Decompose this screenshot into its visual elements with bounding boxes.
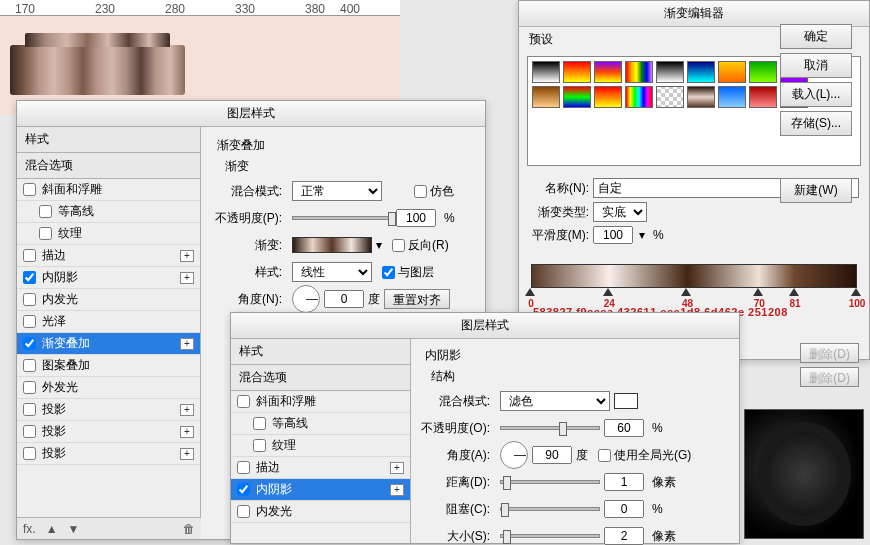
plus-icon[interactable]: + [180, 250, 194, 262]
preset-swatch[interactable] [656, 61, 684, 83]
style-checkbox[interactable] [237, 395, 250, 408]
fx-icon[interactable]: fx. [23, 522, 36, 536]
style-item-inner_glow[interactable]: 内发光 [231, 501, 410, 523]
preset-swatch[interactable] [563, 61, 591, 83]
preset-swatch[interactable] [749, 61, 777, 83]
style-item-contour[interactable]: 等高线 [17, 201, 200, 223]
new-button[interactable]: 新建(W) [780, 178, 852, 203]
gradient-type-select[interactable]: 实底 [593, 202, 647, 222]
smoothness-input[interactable] [593, 226, 633, 244]
angle-input[interactable] [324, 290, 364, 308]
style-item-contour[interactable]: 等高线 [231, 413, 410, 435]
style-checkbox[interactable] [23, 447, 36, 460]
preset-swatch[interactable] [594, 61, 622, 83]
size-slider[interactable] [500, 534, 600, 538]
style-item-inner_shadow[interactable]: 内阴影+ [17, 267, 200, 289]
style-checkbox[interactable] [23, 183, 36, 196]
style-checkbox[interactable] [39, 205, 52, 218]
preset-swatch[interactable] [749, 86, 777, 108]
style-checkbox[interactable] [39, 227, 52, 240]
preset-swatch[interactable] [532, 86, 560, 108]
style-checkbox[interactable] [23, 425, 36, 438]
style-item-drop_shadow2[interactable]: 投影+ [17, 421, 200, 443]
style-item-grad_overlay[interactable]: 渐变叠加+ [17, 333, 200, 355]
blend-mode-select[interactable]: 正常 [292, 181, 382, 201]
style-item-satin[interactable]: 光泽 [17, 311, 200, 333]
plus-icon[interactable]: + [180, 426, 194, 438]
preset-swatch[interactable] [594, 86, 622, 108]
preset-swatch[interactable] [687, 86, 715, 108]
align-checkbox[interactable]: 与图层 [382, 264, 434, 281]
style-checkbox[interactable] [23, 249, 36, 262]
style-item-texture[interactable]: 纹理 [17, 223, 200, 245]
style-item-inner_glow[interactable]: 内发光 [17, 289, 200, 311]
plus-icon[interactable]: + [180, 448, 194, 460]
dither-checkbox[interactable]: 仿色 [414, 183, 454, 200]
preset-swatch[interactable] [718, 86, 746, 108]
delete-button[interactable]: 删除(D) [800, 367, 859, 387]
global-light-checkbox[interactable]: 使用全局光(G) [598, 447, 691, 464]
style-item-drop_shadow3[interactable]: 投影+ [17, 443, 200, 465]
color-swatch[interactable] [614, 393, 638, 409]
gradient-bar[interactable]: 024487081100 [531, 264, 857, 302]
save-button[interactable]: 存储(S)... [780, 111, 852, 136]
arrow-up-icon[interactable]: ▲ [46, 522, 58, 536]
grad-style-select[interactable]: 线性 [292, 262, 372, 282]
plus-icon[interactable]: + [390, 462, 404, 474]
style-checkbox[interactable] [237, 505, 250, 518]
style-checkbox[interactable] [23, 381, 36, 394]
preset-swatch[interactable] [563, 86, 591, 108]
reset-align-button[interactable]: 重置对齐 [384, 289, 450, 309]
preset-swatch[interactable] [687, 61, 715, 83]
angle-dial[interactable] [292, 285, 320, 313]
gradient-preview[interactable] [292, 237, 372, 253]
load-button[interactable]: 载入(L)... [780, 82, 852, 107]
style-item-stroke[interactable]: 描边+ [231, 457, 410, 479]
angle-dial[interactable] [500, 441, 528, 469]
style-checkbox[interactable] [23, 293, 36, 306]
style-item-outer_glow[interactable]: 外发光 [17, 377, 200, 399]
style-checkbox[interactable] [237, 461, 250, 474]
blend-mode-select[interactable]: 滤色 [500, 391, 610, 411]
style-checkbox[interactable] [253, 417, 266, 430]
style-checkbox[interactable] [23, 271, 36, 284]
style-item-texture[interactable]: 纹理 [231, 435, 410, 457]
spread-slider[interactable] [500, 507, 600, 511]
plus-icon[interactable]: + [390, 484, 404, 496]
distance-slider[interactable] [500, 480, 600, 484]
opacity-slider[interactable] [500, 426, 600, 430]
blending-options[interactable]: 混合选项 [17, 153, 200, 179]
delete-button[interactable]: 删除(D) [800, 343, 859, 363]
size-input[interactable] [604, 527, 644, 545]
preset-swatch[interactable] [625, 61, 653, 83]
style-item-bevel[interactable]: 斜面和浮雕 [17, 179, 200, 201]
plus-icon[interactable]: + [180, 338, 194, 350]
blending-options[interactable]: 混合选项 [231, 365, 410, 391]
preset-swatch[interactable] [532, 61, 560, 83]
style-item-inner_shadow[interactable]: 内阴影+ [231, 479, 410, 501]
style-item-stroke[interactable]: 描边+ [17, 245, 200, 267]
opacity-input[interactable] [604, 419, 644, 437]
angle-input[interactable] [532, 446, 572, 464]
trash-icon[interactable]: 🗑 [183, 522, 195, 536]
style-item-bevel[interactable]: 斜面和浮雕 [231, 391, 410, 413]
spread-input[interactable] [604, 500, 644, 518]
style-item-drop_shadow[interactable]: 投影+ [17, 399, 200, 421]
style-checkbox[interactable] [23, 315, 36, 328]
style-checkbox[interactable] [23, 359, 36, 372]
preset-swatch[interactable] [718, 61, 746, 83]
preset-swatch[interactable] [625, 86, 653, 108]
ok-button[interactable]: 确定 [780, 24, 852, 49]
arrow-down-icon[interactable]: ▼ [68, 522, 80, 536]
style-checkbox[interactable] [23, 337, 36, 350]
opacity-slider[interactable] [292, 216, 392, 220]
plus-icon[interactable]: + [180, 272, 194, 284]
preset-swatch[interactable] [656, 86, 684, 108]
distance-input[interactable] [604, 473, 644, 491]
style-checkbox[interactable] [237, 483, 250, 496]
reverse-checkbox[interactable]: 反向(R) [392, 237, 449, 254]
style-checkbox[interactable] [253, 439, 266, 452]
plus-icon[interactable]: + [180, 404, 194, 416]
dropdown-icon[interactable]: ▾ [376, 238, 382, 252]
style-checkbox[interactable] [23, 403, 36, 416]
